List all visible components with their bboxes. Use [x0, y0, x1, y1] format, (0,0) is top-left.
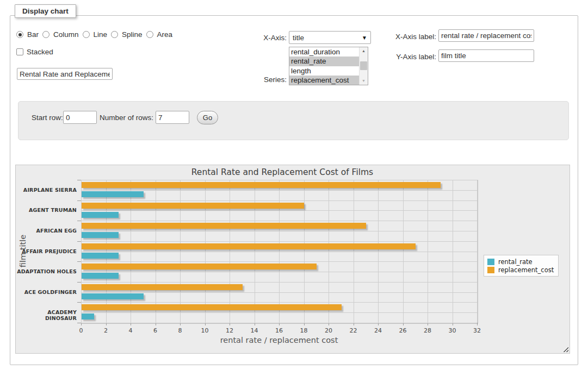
radio-column-label[interactable]: Column — [53, 30, 79, 39]
legend-label: replacement_cost — [498, 266, 554, 274]
x-axis-select-label: X-Axis: — [234, 34, 287, 42]
grid-line-horizontal — [81, 200, 477, 201]
series-option-length[interactable]: length — [289, 66, 359, 76]
chart-title: Rental Rate and Replacement Cost of Film… — [16, 167, 549, 177]
stacked-checkbox[interactable] — [16, 48, 23, 55]
series-option-rental-duration[interactable]: rental_duration — [289, 47, 359, 57]
chevron-down-icon: ▼ — [362, 35, 367, 41]
chart-legend: rental_ratereplacement_cost — [484, 255, 559, 277]
grid-line-horizontal — [81, 210, 477, 211]
x-tick-label: 2 — [98, 327, 114, 334]
radio-bar[interactable] — [16, 31, 23, 38]
x-tick-label: 14 — [246, 327, 263, 334]
category-label: AFFAIR PREJUDICE — [17, 248, 77, 254]
stacked-label[interactable]: Stacked — [27, 48, 53, 56]
x-tick-label: 18 — [296, 327, 312, 334]
bar-replacement_cost — [82, 182, 441, 188]
bar-rental_rate — [82, 253, 119, 259]
radio-spline[interactable] — [111, 31, 118, 38]
y-tick-mark — [77, 261, 81, 262]
category-label: ACE GOLDFINGER — [17, 289, 77, 295]
scroll-down-icon[interactable]: ▼ — [360, 77, 368, 85]
radio-line-label[interactable]: Line — [94, 30, 108, 39]
x-axis-selected-value: title — [293, 34, 304, 42]
series-option-rental-rate[interactable]: rental_rate — [289, 57, 359, 66]
series-list-label: Series: — [234, 76, 287, 84]
num-rows-input[interactable] — [156, 111, 189, 124]
x-tick-label: 16 — [271, 327, 287, 334]
start-row-input[interactable] — [63, 111, 97, 124]
chart-title-input[interactable] — [17, 68, 113, 80]
bar-replacement_cost — [82, 223, 366, 229]
stacked-row: Stacked — [16, 47, 53, 56]
category-label: AIRPLANE SIERRA — [17, 187, 77, 193]
category-label: ADAPTATION HOLES — [17, 268, 77, 274]
x-tick-label: 26 — [395, 327, 411, 334]
bar-replacement_cost — [82, 203, 304, 209]
display-chart-page: Display chart Bar Column Line Spline Are… — [0, 0, 588, 370]
bar-rental_rate — [82, 273, 119, 279]
legend-row: rental_rate — [487, 258, 554, 266]
radio-column[interactable] — [42, 31, 49, 38]
scroll-up-icon[interactable]: ▲ — [360, 47, 368, 55]
chart-type-radio-group: Bar Column Line Spline Area — [16, 30, 172, 39]
radio-bar-label[interactable]: Bar — [27, 30, 39, 39]
y-tick-mark — [77, 200, 81, 201]
row-range-panel: Start row: Number of rows: Go — [18, 101, 569, 140]
grid-line-horizontal — [81, 241, 477, 242]
y-tick-mark — [77, 323, 81, 323]
num-rows-label: Number of rows: — [100, 114, 153, 122]
x-tick-label: 12 — [221, 327, 238, 334]
resize-grip-icon[interactable] — [562, 346, 568, 352]
x-tick-label: 8 — [172, 327, 188, 334]
bar-replacement_cost — [82, 304, 342, 310]
grid-line-vertical — [477, 180, 478, 323]
bar-rental_rate — [82, 232, 119, 238]
x-axis-label-label: X-Axis label: — [381, 33, 436, 41]
x-axis-select[interactable]: title ▼ — [289, 31, 371, 44]
scrollbar-thumb[interactable] — [360, 61, 367, 70]
grid-line-horizontal — [81, 323, 477, 323]
category-label: AGENT TRUMAN — [17, 207, 77, 213]
grid-line-horizontal — [81, 190, 477, 191]
y-axis-label-label: Y-Axis label: — [381, 53, 436, 61]
x-tick-label: 10 — [197, 327, 213, 334]
grid-line-horizontal — [81, 302, 477, 303]
grid-line-horizontal — [81, 272, 477, 272]
x-axis-title: rental rate / replacement cost — [81, 336, 477, 344]
series-listbox[interactable]: rental_duration rental_rate length repla… — [289, 47, 368, 85]
radio-line[interactable] — [83, 31, 90, 38]
y-tick-mark — [77, 241, 81, 242]
y-axis-label-input[interactable] — [438, 49, 534, 62]
bar-rental_rate — [82, 191, 144, 197]
bar-rental_rate — [82, 212, 119, 218]
radio-spline-label[interactable]: Spline — [122, 30, 143, 39]
x-tick-label: 22 — [345, 327, 362, 334]
radio-area-label[interactable]: Area — [157, 30, 173, 39]
fieldset-legend: Display chart — [15, 4, 76, 18]
x-tick-mark — [477, 323, 478, 325]
x-tick-label: 28 — [419, 327, 436, 334]
chart-panel: Rental Rate and Replacement Cost of Film… — [15, 165, 570, 354]
grid-line-horizontal — [81, 292, 477, 293]
bar-rental_rate — [82, 313, 94, 319]
legend-row: replacement_cost — [487, 266, 554, 274]
bar-replacement_cost — [82, 243, 416, 249]
legend-swatch-icon — [487, 267, 494, 273]
grid-line-horizontal — [81, 231, 477, 231]
grid-line-horizontal — [81, 312, 477, 313]
bar-rental_rate — [82, 293, 144, 299]
legend-swatch-icon — [487, 259, 494, 265]
y-tick-mark — [77, 282, 81, 283]
grid-line-horizontal — [81, 180, 477, 180]
x-tick-label: 4 — [122, 327, 139, 334]
series-option-replacement-cost[interactable]: replacement_cost — [289, 76, 359, 85]
y-tick-mark — [77, 221, 81, 221]
y-tick-mark — [77, 180, 81, 180]
go-button[interactable]: Go — [197, 111, 218, 124]
bar-replacement_cost — [82, 284, 243, 290]
radio-area[interactable] — [146, 31, 153, 38]
series-scrollbar[interactable]: ▲ ▼ — [359, 47, 368, 85]
bar-replacement_cost — [82, 264, 317, 269]
x-axis-label-input[interactable] — [438, 29, 534, 42]
